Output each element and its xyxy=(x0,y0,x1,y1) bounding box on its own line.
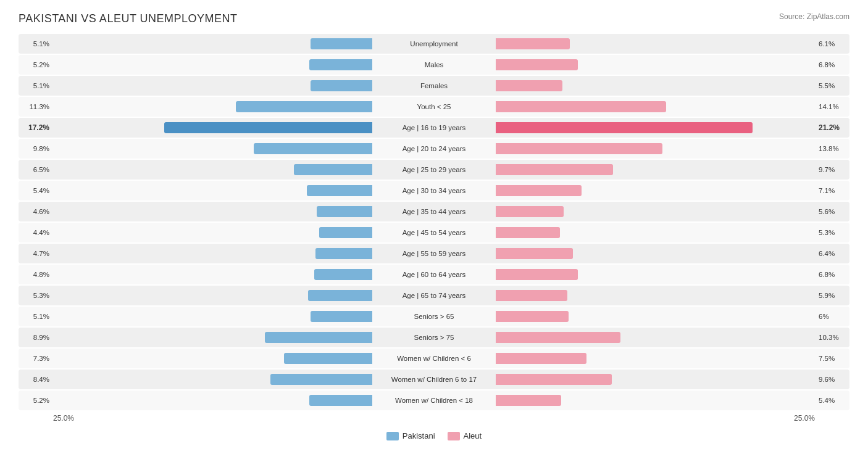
bar-aleut xyxy=(496,269,578,280)
bar-pakistani xyxy=(311,38,372,49)
row-label: Age | 30 to 34 years xyxy=(372,187,496,194)
chart-title: PAKISTANI VS ALEUT UNEMPLOYMENT xyxy=(19,12,849,25)
left-value: 4.6% xyxy=(21,208,53,215)
right-value: 7.5% xyxy=(815,355,847,362)
table-row: 11.3%Youth < 2514.1% xyxy=(19,97,849,117)
table-row: 4.6%Age | 35 to 44 years5.6% xyxy=(19,202,849,221)
bar-aleut xyxy=(496,101,666,112)
bar-aleut xyxy=(496,248,573,259)
row-label: Women w/ Children < 6 xyxy=(372,355,496,362)
bar-aleut xyxy=(496,38,570,49)
table-row: 5.2%Women w/ Children < 185.4% xyxy=(19,391,849,410)
chart-body: 5.1%Unemployment6.1%5.2%Males6.8%5.1%Fem… xyxy=(19,34,849,410)
bar-pakistani xyxy=(270,374,372,385)
bar-aleut xyxy=(496,290,567,301)
chart-source: Source: ZipAtlas.com xyxy=(779,12,849,21)
bar-pakistani xyxy=(294,164,372,175)
right-value: 21.2% xyxy=(815,123,847,132)
right-value: 9.7% xyxy=(815,166,847,173)
row-label: Females xyxy=(372,82,496,89)
right-value: 6.4% xyxy=(815,250,847,257)
bar-aleut xyxy=(496,80,562,91)
row-label: Youth < 25 xyxy=(372,103,496,110)
table-row: 5.4%Age | 30 to 34 years7.1% xyxy=(19,181,849,200)
table-row: 5.1%Females5.5% xyxy=(19,76,849,96)
bar-pakistani xyxy=(309,395,372,406)
bar-aleut xyxy=(496,395,561,406)
table-row: 5.3%Age | 65 to 74 years5.9% xyxy=(19,286,849,305)
legend: Pakistani Aleut xyxy=(19,431,849,440)
right-value: 10.3% xyxy=(815,334,847,341)
axis-right: 25.0% xyxy=(794,414,815,423)
left-value: 6.5% xyxy=(21,166,53,173)
legend-label-pakistani: Pakistani xyxy=(403,431,435,440)
bar-pakistani xyxy=(236,101,372,112)
row-label: Age | 60 to 64 years xyxy=(372,271,496,278)
bar-aleut xyxy=(496,185,582,196)
bar-aleut xyxy=(496,311,569,322)
left-value: 4.8% xyxy=(21,271,53,278)
table-row: 4.7%Age | 55 to 59 years6.4% xyxy=(19,244,849,263)
bar-pakistani xyxy=(311,311,372,322)
table-row: 17.2%Age | 16 to 19 years21.2% xyxy=(19,118,849,138)
bar-pakistani xyxy=(317,206,372,217)
left-value: 5.1% xyxy=(21,82,53,89)
legend-box-aleut xyxy=(448,432,460,440)
left-value: 5.2% xyxy=(21,397,53,404)
axis-labels: 25.0% 25.0% xyxy=(19,411,849,423)
row-label: Age | 65 to 74 years xyxy=(372,292,496,299)
bar-aleut xyxy=(496,374,612,385)
bar-aleut xyxy=(496,122,753,133)
bar-pakistani xyxy=(164,122,372,133)
right-value: 7.1% xyxy=(815,187,847,194)
row-label: Age | 35 to 44 years xyxy=(372,208,496,215)
row-label: Age | 25 to 29 years xyxy=(372,166,496,173)
left-value: 11.3% xyxy=(21,103,53,110)
right-value: 5.9% xyxy=(815,292,847,299)
bar-aleut xyxy=(496,143,662,154)
bar-pakistani xyxy=(308,290,372,301)
right-value: 6% xyxy=(815,313,847,320)
left-value: 9.8% xyxy=(21,145,53,152)
right-value: 5.5% xyxy=(815,82,847,89)
right-value: 6.8% xyxy=(815,61,847,68)
bar-aleut xyxy=(496,206,564,217)
right-value: 5.6% xyxy=(815,208,847,215)
table-row: 7.3%Women w/ Children < 67.5% xyxy=(19,349,849,368)
legend-label-aleut: Aleut xyxy=(464,431,482,440)
table-row: 6.5%Age | 25 to 29 years9.7% xyxy=(19,160,849,180)
table-row: 8.9%Seniors > 7510.3% xyxy=(19,328,849,347)
left-value: 8.4% xyxy=(21,376,53,383)
left-value: 5.4% xyxy=(21,187,53,194)
left-value: 4.7% xyxy=(21,250,53,257)
bar-pakistani xyxy=(284,353,372,364)
table-row: 5.1%Seniors > 656% xyxy=(19,307,849,326)
left-value: 4.4% xyxy=(21,229,53,236)
right-value: 14.1% xyxy=(815,103,847,110)
bar-pakistani xyxy=(307,185,372,196)
bar-pakistani xyxy=(314,269,372,280)
row-label: Age | 16 to 19 years xyxy=(372,124,496,131)
left-value: 5.2% xyxy=(21,61,53,68)
row-label: Women w/ Children 6 to 17 xyxy=(372,376,496,383)
bar-pakistani xyxy=(265,332,372,343)
chart-container: PAKISTANI VS ALEUT UNEMPLOYMENT Source: … xyxy=(0,0,868,467)
right-value: 5.4% xyxy=(815,397,847,404)
table-row: 8.4%Women w/ Children 6 to 179.6% xyxy=(19,370,849,389)
bar-aleut xyxy=(496,332,620,343)
right-value: 9.6% xyxy=(815,376,847,383)
legend-item-aleut: Aleut xyxy=(448,431,482,440)
right-value: 6.1% xyxy=(815,40,847,48)
row-label: Unemployment xyxy=(372,40,496,48)
left-value: 5.1% xyxy=(21,40,53,48)
legend-box-pakistani xyxy=(386,432,399,440)
row-label: Age | 20 to 24 years xyxy=(372,145,496,152)
row-label: Seniors > 75 xyxy=(372,334,496,341)
table-row: 4.8%Age | 60 to 64 years6.8% xyxy=(19,265,849,284)
table-row: 9.8%Age | 20 to 24 years13.8% xyxy=(19,139,849,159)
bar-pakistani xyxy=(309,59,372,70)
table-row: 4.4%Age | 45 to 54 years5.3% xyxy=(19,223,849,242)
axis-left: 25.0% xyxy=(53,414,74,423)
left-value: 17.2% xyxy=(21,123,53,132)
right-value: 13.8% xyxy=(815,145,847,152)
